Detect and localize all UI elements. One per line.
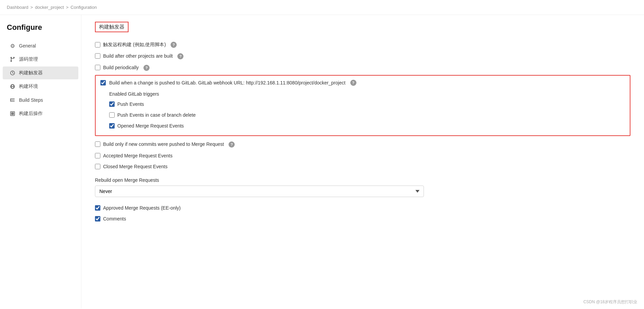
approved-merge-checkbox[interactable] (95, 205, 100, 211)
globe-icon (9, 83, 16, 90)
breadcrumb: Dashboard > docker_project > Configurati… (0, 0, 644, 15)
rebuild-label: Rebuild open Merge Requests (95, 177, 630, 183)
sidebar-item-source-label: 源码管理 (19, 56, 38, 62)
sidebar-item-env[interactable]: 构建环境 (3, 80, 78, 93)
merge-request-checkbox[interactable] (109, 123, 115, 129)
breadcrumb-sep2: > (66, 5, 69, 10)
build-after-help-icon[interactable]: ? (177, 53, 183, 59)
build-periodically-row: Build periodically ? (95, 62, 630, 74)
push-branch-delete-label[interactable]: Push Events in case of branch delete (109, 112, 196, 118)
new-commits-label[interactable]: Build only if new commits were pushed to… (95, 141, 224, 147)
gitlab-main-row: Build when a change is pushed to GitLab.… (100, 80, 625, 86)
branch-icon (9, 56, 16, 62)
gitlab-push-checkbox[interactable] (100, 80, 106, 85)
list-icon (9, 97, 16, 103)
watermark: CSDN @18岁程序员想打职业 (583, 299, 637, 305)
new-commits-help-icon[interactable]: ? (229, 141, 235, 148)
push-branch-delete-row: Push Events in case of branch delete (100, 110, 625, 120)
gitlab-push-help-icon[interactable]: ? (350, 80, 356, 86)
closed-merge-label[interactable]: Closed Merge Request Events (95, 164, 168, 169)
gear-icon: ⚙ (9, 43, 16, 49)
sidebar-item-source[interactable]: 源码管理 (3, 53, 78, 66)
trigger-remote-help-icon[interactable]: ? (171, 42, 177, 48)
sidebar-item-triggers-label: 构建触发器 (19, 70, 43, 76)
build-after-row: Build after other projects are built ? (95, 51, 630, 62)
comments-label[interactable]: Comments (95, 216, 126, 221)
main-content: 构建触发器 触发远程构建 (例如,使用脚本) ? Build after oth… (81, 15, 644, 308)
closed-merge-checkbox[interactable] (95, 164, 100, 169)
section-body: 触发远程构建 (例如,使用脚本) ? Build after other pro… (81, 39, 644, 224)
sidebar-item-env-label: 构建环境 (19, 83, 38, 90)
push-events-label[interactable]: Push Events (109, 101, 144, 107)
sidebar: Configure ⚙ General 源码管理 (0, 15, 81, 308)
clock-icon (9, 70, 16, 76)
approved-merge-row: Approved Merge Requests (EE-only) (95, 202, 630, 213)
sidebar-item-steps-label: Build Steps (19, 97, 43, 103)
svg-point-0 (11, 57, 12, 58)
trigger-remote-row: 触发远程构建 (例如,使用脚本) ? (95, 39, 630, 51)
sidebar-item-general[interactable]: ⚙ General (3, 39, 78, 52)
sidebar-item-steps[interactable]: Build Steps (3, 94, 78, 107)
breadcrumb-dashboard[interactable]: Dashboard (7, 5, 28, 10)
merge-request-row: Opened Merge Request Events (100, 120, 625, 131)
accepted-merge-row: Accepted Merge Request Events (95, 150, 630, 161)
build-after-label[interactable]: Build after other projects are built (95, 53, 173, 59)
sidebar-item-post-label: 构建后操作 (19, 111, 43, 117)
sidebar-item-post[interactable]: 构建后操作 (3, 107, 78, 120)
sidebar-item-general-label: General (19, 43, 36, 49)
new-commits-checkbox[interactable] (95, 141, 100, 147)
build-periodically-label[interactable]: Build periodically (95, 65, 139, 70)
push-events-row: Push Events (100, 99, 625, 110)
rebuild-dropdown[interactable]: Never On push to source branch On push t… (95, 186, 424, 197)
comments-checkbox[interactable] (95, 216, 100, 221)
section-title: 构建触发器 (95, 22, 129, 32)
rebuild-section: Rebuild open Merge Requests Never On pus… (95, 177, 630, 197)
svg-line-6 (13, 73, 14, 74)
push-events-checkbox[interactable] (109, 101, 115, 107)
new-commits-row: Build only if new commits were pushed to… (95, 139, 630, 150)
build-after-checkbox[interactable] (95, 53, 100, 59)
push-branch-delete-checkbox[interactable] (109, 112, 115, 118)
merge-request-label[interactable]: Opened Merge Request Events (109, 123, 184, 129)
gitlab-box: Build when a change is pushed to GitLab.… (95, 75, 630, 136)
trigger-remote-label[interactable]: 触发远程构建 (例如,使用脚本) (95, 42, 166, 48)
sidebar-item-triggers[interactable]: 构建触发器 (3, 66, 78, 79)
approved-merge-label[interactable]: Approved Merge Requests (EE-only) (95, 205, 181, 211)
post-icon (9, 111, 16, 117)
accepted-merge-label[interactable]: Accepted Merge Request Events (95, 153, 173, 158)
gitlab-triggers-label: Enabled GitLab triggers (100, 89, 625, 99)
comments-row: Comments (95, 213, 630, 224)
build-periodically-checkbox[interactable] (95, 65, 100, 70)
gitlab-push-label: Build when a change is pushed to GitLab.… (109, 80, 346, 85)
breadcrumb-config: Configuration (71, 5, 97, 10)
build-periodically-help-icon[interactable]: ? (143, 65, 150, 71)
accepted-merge-checkbox[interactable] (95, 153, 100, 158)
closed-merge-row: Closed Merge Request Events (95, 161, 630, 172)
trigger-remote-checkbox[interactable] (95, 42, 100, 47)
sidebar-title: Configure (0, 23, 81, 39)
svg-point-1 (11, 61, 12, 62)
breadcrumb-project[interactable]: docker_project (35, 5, 64, 10)
breadcrumb-sep1: > (31, 5, 33, 10)
svg-point-2 (14, 57, 15, 58)
